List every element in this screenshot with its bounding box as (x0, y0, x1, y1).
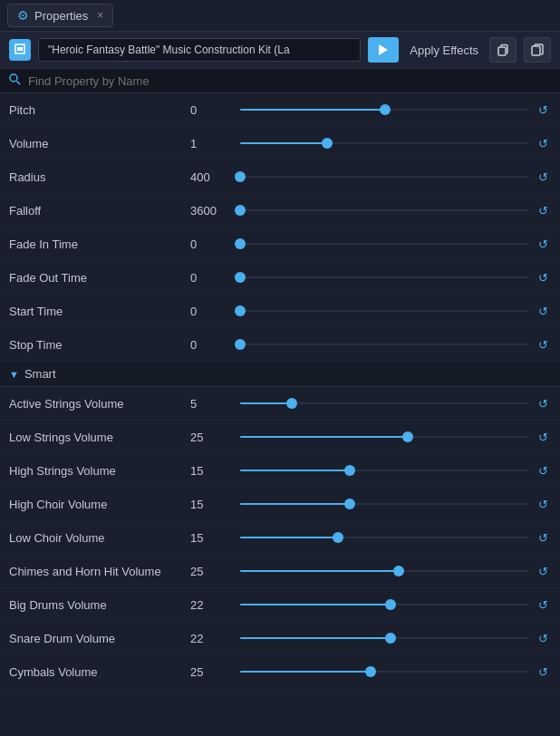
slider-thumb[interactable] (402, 431, 413, 442)
slider-track[interactable] (240, 243, 529, 245)
slider-fill (240, 637, 391, 639)
prop-label: High Choir Volume (9, 498, 190, 511)
slider-track[interactable] (240, 570, 529, 572)
prop-label: Stop Time (9, 338, 190, 352)
prop-slider-area[interactable] (240, 622, 529, 655)
prop-slider-area[interactable] (240, 228, 529, 261)
slider-track[interactable] (240, 142, 529, 144)
reset-button[interactable]: ↺ (535, 102, 551, 118)
reset-button[interactable]: ↺ (535, 336, 551, 353)
search-input[interactable] (28, 74, 551, 88)
slider-thumb[interactable] (385, 633, 396, 644)
tab-close-icon[interactable]: × (97, 9, 103, 22)
prop-slider-area[interactable] (240, 93, 529, 127)
slider-track[interactable] (240, 209, 529, 211)
prop-value: 25 (190, 665, 240, 679)
reset-button[interactable]: ↺ (535, 303, 551, 319)
prop-slider-area[interactable] (240, 488, 529, 521)
prop-slider-area[interactable] (240, 194, 529, 228)
play-button[interactable] (368, 37, 399, 63)
prop-value: 25 (190, 431, 240, 444)
slider-track[interactable] (240, 637, 529, 639)
reset-button[interactable]: ↺ (535, 496, 551, 512)
prop-slider-area[interactable] (240, 588, 529, 622)
prop-slider-area[interactable] (240, 160, 529, 194)
slider-track[interactable] (240, 537, 529, 538)
reset-button[interactable]: ↺ (535, 462, 551, 479)
reset-button[interactable]: ↺ (535, 563, 551, 579)
prop-label: Fade In Time (9, 237, 190, 251)
slider-track[interactable] (240, 402, 529, 404)
slider-track[interactable] (240, 109, 529, 111)
slider-thumb[interactable] (235, 272, 246, 283)
prop-value: 0 (190, 338, 240, 352)
prop-value: 400 (190, 170, 240, 184)
properties-tab[interactable]: ⚙ Properties × (7, 4, 113, 27)
slider-track[interactable] (240, 310, 529, 312)
slider-thumb[interactable] (365, 666, 376, 677)
slider-thumb[interactable] (393, 566, 404, 576)
slider-thumb[interactable] (235, 339, 246, 350)
slider-track[interactable] (240, 671, 529, 673)
prop-slider-area[interactable] (240, 421, 529, 454)
prop-slider-area[interactable] (240, 454, 529, 488)
reset-button[interactable]: ↺ (535, 236, 551, 252)
prop-row: Snare Drum Volume22↺ (0, 622, 560, 655)
svg-marker-2 (379, 44, 388, 55)
prop-row: High Choir Volume15↺ (0, 488, 560, 521)
slider-thumb[interactable] (344, 499, 355, 509)
prop-slider-area[interactable] (240, 555, 529, 588)
asset-name: "Heroic Fantasy Battle" Music Constructi… (38, 38, 361, 62)
slider-thumb[interactable] (380, 104, 391, 115)
slider-track[interactable] (240, 470, 529, 471)
reset-button[interactable]: ↺ (535, 429, 551, 445)
copy-button[interactable] (489, 37, 517, 63)
slider-thumb[interactable] (286, 398, 297, 409)
reset-button[interactable]: ↺ (535, 135, 551, 151)
slider-track[interactable] (240, 344, 529, 345)
reset-button[interactable]: ↺ (535, 395, 551, 412)
slider-fill (240, 436, 408, 438)
prop-slider-area[interactable] (240, 521, 529, 555)
copy-icon (497, 44, 509, 56)
prop-label: Radius (9, 170, 190, 184)
reset-button[interactable]: ↺ (535, 630, 551, 646)
slider-track[interactable] (240, 176, 529, 178)
reset-button[interactable]: ↺ (535, 529, 551, 546)
paste-button[interactable] (524, 37, 551, 63)
slider-thumb[interactable] (235, 238, 246, 249)
prop-value: 0 (190, 103, 240, 117)
prop-slider-area[interactable] (240, 261, 529, 295)
prop-slider-area[interactable] (240, 127, 529, 160)
slider-track[interactable] (240, 604, 529, 605)
reset-button[interactable]: ↺ (535, 663, 551, 680)
reset-button[interactable]: ↺ (535, 269, 551, 286)
slider-thumb[interactable] (322, 138, 333, 149)
slider-track[interactable] (240, 276, 529, 278)
slider-thumb[interactable] (235, 205, 246, 216)
reset-button[interactable]: ↺ (535, 202, 551, 218)
reset-button[interactable]: ↺ (535, 596, 551, 613)
slider-thumb[interactable] (344, 465, 355, 476)
prop-label: Falloff (9, 204, 190, 218)
slider-track[interactable] (240, 503, 529, 505)
prop-label: Volume (9, 137, 190, 150)
slider-thumb[interactable] (385, 599, 396, 610)
properties-list: Pitch0↺Volume1↺Radius400↺Falloff3600↺Fad… (0, 93, 560, 721)
prop-slider-area[interactable] (240, 328, 529, 362)
prop-row: Fade In Time0↺ (0, 228, 560, 261)
prop-value: 15 (190, 531, 240, 545)
slider-thumb[interactable] (235, 305, 246, 316)
slider-thumb[interactable] (235, 171, 246, 182)
prop-slider-area[interactable] (240, 295, 529, 328)
apply-effects-button[interactable]: Apply Effects (406, 44, 482, 57)
slider-track[interactable] (240, 436, 529, 438)
svg-line-6 (17, 82, 21, 85)
slider-thumb[interactable] (333, 532, 343, 543)
prop-slider-area[interactable] (240, 387, 529, 421)
reset-button[interactable]: ↺ (535, 169, 551, 185)
smart-section-header[interactable]: ▼ Smart (0, 362, 560, 387)
prop-row: Big Drums Volume22↺ (0, 588, 560, 622)
prop-slider-area[interactable] (240, 655, 529, 689)
prop-value: 0 (190, 271, 240, 285)
